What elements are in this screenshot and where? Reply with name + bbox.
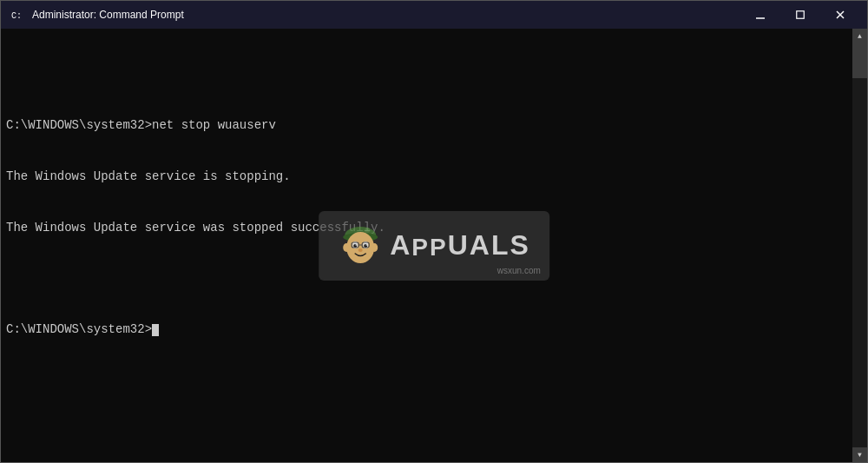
- svg-text:C:: C:: [11, 11, 22, 21]
- cmd-window: C: Administrator: Command Prompt C:\WIND…: [0, 0, 868, 463]
- terminal-line-blank2: [6, 270, 847, 288]
- scrollbar-up-arrow[interactable]: ▲: [852, 29, 867, 43]
- cursor: [152, 324, 159, 336]
- titlebar: C: Administrator: Command Prompt: [1, 1, 867, 29]
- minimize-button[interactable]: [740, 1, 780, 29]
- terminal-output: C:\WINDOWS\system32>net stop wuauserv Th…: [1, 29, 852, 462]
- window-controls: [740, 1, 860, 29]
- scrollbar-thumb[interactable]: [852, 43, 867, 78]
- terminal-line-stopped: The Windows Update service was stopped s…: [6, 220, 847, 237]
- close-button[interactable]: [820, 1, 860, 29]
- svg-rect-3: [797, 11, 805, 19]
- scrollbar-down-arrow[interactable]: ▼: [852, 447, 867, 462]
- terminal-body[interactable]: C:\WINDOWS\system32>net stop wuauserv Th…: [1, 29, 867, 462]
- maximize-button[interactable]: [780, 1, 820, 29]
- terminal-line-prompt: C:\WINDOWS\system32>: [6, 321, 847, 339]
- terminal-line-command: C:\WINDOWS\system32>net stop wuauserv: [6, 117, 847, 135]
- window-title: Administrator: Command Prompt: [32, 9, 740, 21]
- cmd-icon: C:: [8, 6, 25, 23]
- scrollbar-track[interactable]: [852, 43, 867, 447]
- terminal-line-stopping: The Windows Update service is stopping.: [6, 169, 847, 186]
- terminal-line-blank1: [6, 66, 847, 83]
- scrollbar[interactable]: ▲ ▼: [852, 29, 867, 462]
